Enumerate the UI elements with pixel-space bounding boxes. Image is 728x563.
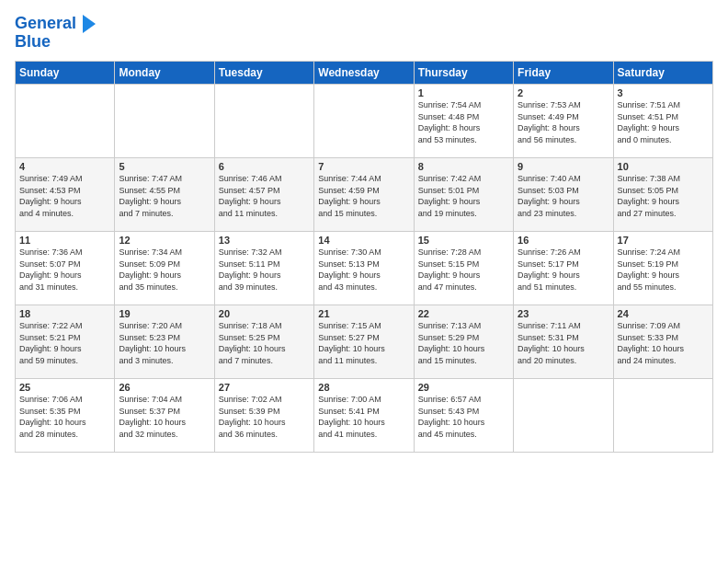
calendar-cell bbox=[214, 85, 313, 158]
calendar-cell: 4Sunrise: 7:49 AM Sunset: 4:53 PM Daylig… bbox=[16, 158, 115, 232]
cell-content: Sunrise: 7:28 AM Sunset: 5:15 PM Dayligh… bbox=[418, 247, 509, 293]
cell-content: Sunrise: 7:06 AM Sunset: 5:35 PM Dayligh… bbox=[19, 394, 110, 440]
calendar-cell: 27Sunrise: 7:02 AM Sunset: 5:39 PM Dayli… bbox=[214, 379, 313, 453]
calendar-cell: 16Sunrise: 7:26 AM Sunset: 5:17 PM Dayli… bbox=[514, 232, 613, 305]
day-number: 10 bbox=[618, 161, 709, 172]
calendar-cell: 7Sunrise: 7:44 AM Sunset: 4:59 PM Daylig… bbox=[314, 158, 414, 232]
cell-content: Sunrise: 7:47 AM Sunset: 4:55 PM Dayligh… bbox=[119, 173, 210, 219]
cell-content: Sunrise: 7:18 AM Sunset: 5:25 PM Dayligh… bbox=[219, 320, 310, 366]
week-row-0: 1Sunrise: 7:54 AM Sunset: 4:48 PM Daylig… bbox=[16, 85, 713, 158]
day-number: 8 bbox=[418, 161, 509, 172]
calendar-cell: 21Sunrise: 7:15 AM Sunset: 5:27 PM Dayli… bbox=[314, 305, 414, 379]
calendar-cell: 24Sunrise: 7:09 AM Sunset: 5:33 PM Dayli… bbox=[613, 305, 712, 379]
calendar-cell: 12Sunrise: 7:34 AM Sunset: 5:09 PM Dayli… bbox=[115, 232, 214, 305]
calendar-cell: 25Sunrise: 7:06 AM Sunset: 5:35 PM Dayli… bbox=[16, 379, 115, 453]
calendar-cell: 6Sunrise: 7:46 AM Sunset: 4:57 PM Daylig… bbox=[214, 158, 313, 232]
day-number: 16 bbox=[518, 235, 609, 246]
week-row-2: 11Sunrise: 7:36 AM Sunset: 5:07 PM Dayli… bbox=[16, 232, 713, 305]
day-number: 14 bbox=[318, 235, 409, 246]
day-number: 22 bbox=[418, 308, 509, 319]
cell-content: Sunrise: 7:11 AM Sunset: 5:31 PM Dayligh… bbox=[518, 320, 609, 366]
day-number: 12 bbox=[119, 235, 210, 246]
cell-content: Sunrise: 7:53 AM Sunset: 4:49 PM Dayligh… bbox=[518, 99, 609, 145]
cell-content: Sunrise: 7:42 AM Sunset: 5:01 PM Dayligh… bbox=[418, 173, 509, 219]
calendar-cell bbox=[514, 379, 613, 453]
calendar-cell bbox=[16, 85, 115, 158]
day-number: 6 bbox=[219, 161, 310, 172]
day-number: 23 bbox=[518, 308, 609, 319]
day-number: 15 bbox=[418, 235, 509, 246]
day-number: 3 bbox=[618, 87, 709, 98]
logo-general: General bbox=[15, 14, 76, 32]
cell-content: Sunrise: 7:40 AM Sunset: 5:03 PM Dayligh… bbox=[518, 173, 609, 219]
day-number: 9 bbox=[518, 161, 609, 172]
cell-content: Sunrise: 7:20 AM Sunset: 5:23 PM Dayligh… bbox=[119, 320, 210, 366]
calendar-cell: 26Sunrise: 7:04 AM Sunset: 5:37 PM Dayli… bbox=[115, 379, 214, 453]
day-number: 4 bbox=[19, 161, 110, 172]
week-row-1: 4Sunrise: 7:49 AM Sunset: 4:53 PM Daylig… bbox=[16, 158, 713, 232]
cell-content: Sunrise: 7:51 AM Sunset: 4:51 PM Dayligh… bbox=[618, 99, 709, 145]
col-header-thursday: Thursday bbox=[414, 62, 513, 85]
calendar-cell bbox=[613, 379, 712, 453]
calendar-cell: 20Sunrise: 7:18 AM Sunset: 5:25 PM Dayli… bbox=[214, 305, 313, 379]
col-header-monday: Monday bbox=[115, 62, 214, 85]
calendar-cell: 15Sunrise: 7:28 AM Sunset: 5:15 PM Dayli… bbox=[414, 232, 513, 305]
col-header-saturday: Saturday bbox=[613, 62, 712, 85]
calendar-cell: 3Sunrise: 7:51 AM Sunset: 4:51 PM Daylig… bbox=[613, 85, 712, 158]
calendar-cell: 17Sunrise: 7:24 AM Sunset: 5:19 PM Dayli… bbox=[613, 232, 712, 305]
calendar-cell: 28Sunrise: 7:00 AM Sunset: 5:41 PM Dayli… bbox=[314, 379, 414, 453]
calendar-cell: 2Sunrise: 7:53 AM Sunset: 4:49 PM Daylig… bbox=[514, 85, 613, 158]
cell-content: Sunrise: 7:00 AM Sunset: 5:41 PM Dayligh… bbox=[318, 394, 409, 440]
cell-content: Sunrise: 7:44 AM Sunset: 4:59 PM Dayligh… bbox=[318, 173, 409, 219]
day-number: 24 bbox=[618, 308, 709, 319]
cell-content: Sunrise: 7:09 AM Sunset: 5:33 PM Dayligh… bbox=[618, 320, 709, 366]
day-number: 27 bbox=[219, 382, 310, 393]
day-number: 26 bbox=[119, 382, 210, 393]
logo-blue: Blue bbox=[15, 32, 51, 51]
day-number: 17 bbox=[618, 235, 709, 246]
logo: General Blue bbox=[15, 15, 96, 52]
day-number: 20 bbox=[219, 308, 310, 319]
calendar-cell: 8Sunrise: 7:42 AM Sunset: 5:01 PM Daylig… bbox=[414, 158, 513, 232]
cell-content: Sunrise: 7:30 AM Sunset: 5:13 PM Dayligh… bbox=[318, 247, 409, 293]
cell-content: Sunrise: 7:46 AM Sunset: 4:57 PM Dayligh… bbox=[219, 173, 310, 219]
calendar-cell bbox=[314, 85, 414, 158]
cell-content: Sunrise: 7:22 AM Sunset: 5:21 PM Dayligh… bbox=[19, 320, 110, 366]
day-number: 25 bbox=[19, 382, 110, 393]
week-row-4: 25Sunrise: 7:06 AM Sunset: 5:35 PM Dayli… bbox=[16, 379, 713, 453]
day-number: 29 bbox=[418, 382, 509, 393]
header-row: SundayMondayTuesdayWednesdayThursdayFrid… bbox=[16, 62, 713, 85]
calendar-cell: 14Sunrise: 7:30 AM Sunset: 5:13 PM Dayli… bbox=[314, 232, 414, 305]
calendar-cell: 10Sunrise: 7:38 AM Sunset: 5:05 PM Dayli… bbox=[613, 158, 712, 232]
col-header-friday: Friday bbox=[514, 62, 613, 85]
cell-content: Sunrise: 7:32 AM Sunset: 5:11 PM Dayligh… bbox=[219, 247, 310, 293]
day-number: 1 bbox=[418, 87, 509, 98]
calendar-cell: 5Sunrise: 7:47 AM Sunset: 4:55 PM Daylig… bbox=[115, 158, 214, 232]
day-number: 28 bbox=[318, 382, 409, 393]
calendar-cell: 23Sunrise: 7:11 AM Sunset: 5:31 PM Dayli… bbox=[514, 305, 613, 379]
cell-content: Sunrise: 7:36 AM Sunset: 5:07 PM Dayligh… bbox=[19, 247, 110, 293]
calendar-cell bbox=[115, 85, 214, 158]
day-number: 5 bbox=[119, 161, 210, 172]
day-number: 2 bbox=[518, 87, 609, 98]
cell-content: Sunrise: 7:24 AM Sunset: 5:19 PM Dayligh… bbox=[618, 247, 709, 293]
calendar-cell: 13Sunrise: 7:32 AM Sunset: 5:11 PM Dayli… bbox=[214, 232, 313, 305]
cell-content: Sunrise: 7:13 AM Sunset: 5:29 PM Dayligh… bbox=[418, 320, 509, 366]
calendar-cell: 1Sunrise: 7:54 AM Sunset: 4:48 PM Daylig… bbox=[414, 85, 513, 158]
calendar-cell: 11Sunrise: 7:36 AM Sunset: 5:07 PM Dayli… bbox=[16, 232, 115, 305]
day-number: 13 bbox=[219, 235, 310, 246]
day-number: 18 bbox=[19, 308, 110, 319]
col-header-sunday: Sunday bbox=[16, 62, 115, 85]
calendar-table: SundayMondayTuesdayWednesdayThursdayFrid… bbox=[15, 61, 713, 453]
day-number: 11 bbox=[19, 235, 110, 246]
col-header-tuesday: Tuesday bbox=[214, 62, 313, 85]
cell-content: Sunrise: 7:34 AM Sunset: 5:09 PM Dayligh… bbox=[119, 247, 210, 293]
day-number: 21 bbox=[318, 308, 409, 319]
page: General Blue SundayMondayTuesdayWednesda… bbox=[0, 0, 728, 462]
day-number: 7 bbox=[318, 161, 409, 172]
calendar-cell: 19Sunrise: 7:20 AM Sunset: 5:23 PM Dayli… bbox=[115, 305, 214, 379]
calendar-cell: 29Sunrise: 6:57 AM Sunset: 5:43 PM Dayli… bbox=[414, 379, 513, 453]
week-row-3: 18Sunrise: 7:22 AM Sunset: 5:21 PM Dayli… bbox=[16, 305, 713, 379]
cell-content: Sunrise: 7:38 AM Sunset: 5:05 PM Dayligh… bbox=[618, 173, 709, 219]
cell-content: Sunrise: 7:54 AM Sunset: 4:48 PM Dayligh… bbox=[418, 99, 509, 145]
